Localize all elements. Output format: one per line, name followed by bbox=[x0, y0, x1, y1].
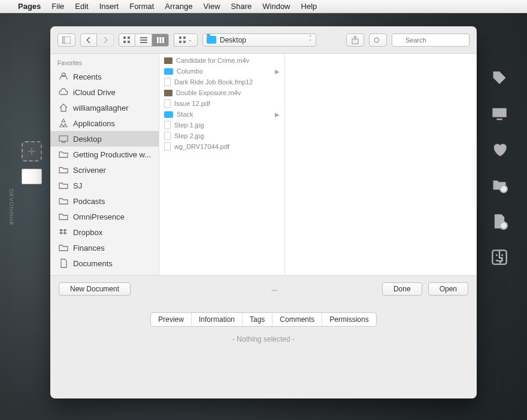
display-icon[interactable] bbox=[491, 105, 508, 122]
sidebar-item-omnipresence[interactable]: OmniPresence bbox=[50, 209, 159, 224]
folder-clock-icon[interactable] bbox=[491, 177, 508, 194]
tab-information[interactable]: Information bbox=[192, 313, 243, 326]
sidebar-item-label: Documents bbox=[73, 259, 113, 268]
new-document-button[interactable]: New Document bbox=[59, 282, 131, 296]
tags-button[interactable] bbox=[369, 34, 387, 47]
file-name: Dark Ride Job Book.fmp12 bbox=[174, 78, 280, 86]
folder-icon bbox=[207, 36, 216, 44]
file-name: Columbo bbox=[177, 68, 271, 75]
tab-tags[interactable]: Tags bbox=[243, 313, 272, 326]
sidebar-item-applications[interactable]: Applications bbox=[50, 115, 159, 131]
menu-format[interactable]: Format bbox=[129, 2, 154, 11]
grid-icon bbox=[123, 36, 131, 44]
cloud-icon bbox=[59, 87, 68, 97]
document-icon bbox=[164, 78, 171, 86]
tab-comments[interactable]: Comments bbox=[272, 313, 322, 326]
right-dock bbox=[491, 69, 508, 266]
sidebar-item-label: Desktop bbox=[73, 135, 102, 144]
svg-rect-9 bbox=[123, 36, 126, 39]
sidebar-item-sj[interactable]: SJ bbox=[50, 178, 159, 193]
menu-window[interactable]: Window bbox=[262, 2, 290, 11]
sidebar-item-label: Finances bbox=[73, 244, 105, 252]
open-dialog: ⌄ Desktop ˄˅ Favorites RecentsiCloud Dri… bbox=[50, 26, 477, 398]
tag-icon[interactable] bbox=[491, 69, 508, 86]
file-row[interactable]: Double Exposure.m4v bbox=[159, 87, 284, 98]
file-row[interactable]: Dark Ride Job Book.fmp12 bbox=[159, 77, 284, 87]
sidebar: Favorites RecentsiCloud Drivewilliamgall… bbox=[50, 54, 159, 275]
menu-share[interactable]: Share bbox=[231, 2, 252, 11]
svg-rect-12 bbox=[128, 41, 130, 43]
app-name[interactable]: Pages bbox=[18, 2, 41, 11]
svg-point-6 bbox=[501, 254, 503, 256]
svg-rect-14 bbox=[140, 39, 147, 41]
menubar: Pages File Edit Insert Format Arrange Vi… bbox=[0, 0, 527, 13]
sidebar-item-scrivener[interactable]: Scrivener bbox=[50, 162, 159, 178]
menu-file[interactable]: File bbox=[52, 2, 64, 11]
forward-button[interactable] bbox=[97, 34, 114, 47]
done-button[interactable]: Done bbox=[382, 282, 422, 296]
list-view-button[interactable] bbox=[135, 34, 152, 47]
sidebar-item-documents[interactable]: Documents bbox=[50, 255, 159, 271]
finder-icon[interactable] bbox=[491, 249, 508, 266]
preview-column bbox=[285, 54, 477, 275]
menu-arrange[interactable]: Arrange bbox=[165, 2, 192, 11]
page-thumbnail[interactable] bbox=[22, 169, 42, 184]
file-row[interactable]: Stack▶ bbox=[159, 109, 284, 120]
home-icon bbox=[59, 103, 68, 112]
dialog-body: Favorites RecentsiCloud Drivewilliamgall… bbox=[50, 54, 477, 275]
document-clock-icon[interactable] bbox=[491, 213, 508, 230]
menu-edit[interactable]: Edit bbox=[75, 2, 88, 11]
group-button[interactable]: ⌄ bbox=[174, 34, 198, 47]
sidebar-item-label: SJ bbox=[73, 181, 82, 190]
svg-point-2 bbox=[500, 185, 507, 193]
new-page-slot[interactable] bbox=[22, 141, 42, 162]
chevron-left-icon bbox=[86, 37, 91, 43]
icon-view-button[interactable] bbox=[119, 34, 135, 47]
sidebar-item-desktop[interactable]: Desktop bbox=[50, 131, 159, 147]
heart-icon[interactable] bbox=[491, 141, 508, 158]
svg-rect-26 bbox=[59, 136, 68, 141]
tag-small-icon bbox=[374, 37, 382, 43]
file-row[interactable]: Step 1.jpg bbox=[159, 120, 284, 130]
tab-permissions[interactable]: Permissions bbox=[322, 313, 375, 326]
sidebar-item-getting-productive-w-[interactable]: Getting Productive w... bbox=[50, 147, 159, 162]
file-row[interactable]: Step 2.jpg bbox=[159, 130, 284, 141]
status-text: - Nothing selected - bbox=[232, 335, 295, 343]
file-row[interactable]: Candidate for Crime.m4v bbox=[159, 55, 284, 66]
resize-grabber[interactable] bbox=[255, 284, 272, 288]
sidebar-item-dropbox[interactable]: Dropbox bbox=[50, 224, 159, 240]
column-view-button[interactable] bbox=[152, 34, 169, 47]
menu-view[interactable]: View bbox=[204, 2, 220, 11]
svg-rect-21 bbox=[179, 41, 181, 43]
tab-preview[interactable]: Preview bbox=[151, 313, 192, 326]
menu-help[interactable]: Help bbox=[301, 2, 317, 11]
file-row[interactable]: Issue 12.pdf bbox=[159, 98, 284, 109]
sidebar-item-icloud-drive[interactable]: iCloud Drive bbox=[50, 84, 159, 100]
search-wrap bbox=[392, 34, 470, 47]
sidebar-item-williamgallagher[interactable]: williamgallagher bbox=[50, 100, 159, 115]
sidebar-item-label: Dropbox bbox=[73, 228, 102, 237]
sidebar-item-podcasts[interactable]: Podcasts bbox=[50, 193, 159, 209]
file-name: Step 1.jpg bbox=[174, 121, 280, 129]
nav-seg bbox=[80, 34, 114, 47]
path-popup[interactable]: Desktop ˄˅ bbox=[202, 34, 316, 47]
share-button[interactable] bbox=[346, 34, 364, 47]
document-icon bbox=[164, 132, 171, 140]
back-button[interactable] bbox=[80, 34, 97, 47]
file-column: Candidate for Crime.m4vColumbo▶Dark Ride… bbox=[159, 54, 285, 275]
file-row[interactable]: Columbo▶ bbox=[159, 66, 284, 77]
thumbnail-icon bbox=[164, 57, 172, 64]
sidebar-item-finances[interactable]: Finances bbox=[50, 240, 159, 255]
svg-rect-8 bbox=[62, 36, 65, 44]
sidebar-toggle-button[interactable] bbox=[57, 34, 75, 47]
sidebar-item-recents[interactable]: Recents bbox=[50, 69, 159, 84]
desktop-icon bbox=[59, 134, 68, 144]
info-area: - Nothing selected - bbox=[50, 327, 477, 398]
search-input[interactable] bbox=[392, 34, 470, 47]
updown-icon: ˄˅ bbox=[309, 36, 312, 44]
open-button[interactable]: Open bbox=[428, 282, 468, 296]
file-row[interactable]: wg_DRV17044.pdf bbox=[159, 141, 284, 152]
sidebar-item-label: OmniPresence bbox=[73, 212, 125, 221]
menu-insert[interactable]: Insert bbox=[99, 2, 119, 11]
svg-rect-22 bbox=[183, 41, 186, 43]
